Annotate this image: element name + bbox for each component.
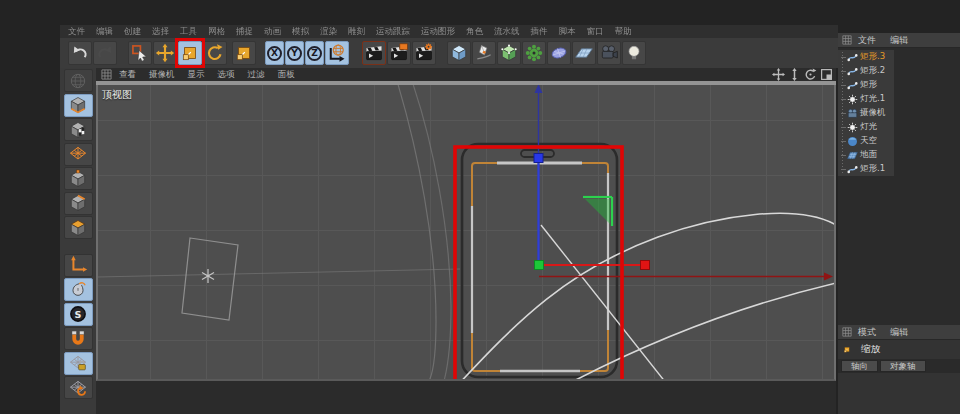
viewport-menu-2[interactable]: 显示 <box>188 69 205 81</box>
light-object-icon[interactable] <box>847 122 858 133</box>
snap-button[interactable]: S <box>64 303 93 326</box>
object-row-矩形.3[interactable]: 矩形.3 <box>838 50 960 64</box>
make-editable-button[interactable] <box>64 69 93 92</box>
menu-item-18[interactable]: 帮助 <box>615 26 632 38</box>
spline-object-icon[interactable] <box>847 52 858 63</box>
attribute-manager-menu-0[interactable]: 模式 <box>858 326 876 339</box>
viewport-menu-4[interactable]: 过滤 <box>248 69 265 81</box>
gizmo-center-handle[interactable] <box>535 261 544 270</box>
spline-object-icon[interactable] <box>847 66 858 77</box>
points-mode-button[interactable] <box>64 167 93 190</box>
object-row-摄像机[interactable]: 摄像机 <box>838 106 960 120</box>
lock-x-axis-button[interactable]: X <box>265 41 284 65</box>
viewport-panel-grid-icon[interactable] <box>101 69 112 80</box>
object-manager-menu-0[interactable]: 文件 <box>858 34 876 47</box>
object-label[interactable]: 地面 <box>860 149 877 161</box>
menu-item-17[interactable]: 窗口 <box>587 26 604 38</box>
enable-axis-button[interactable] <box>64 254 93 277</box>
deformer-button[interactable] <box>547 41 571 65</box>
coordinate-system-button[interactable] <box>325 41 349 65</box>
dolly-icon[interactable] <box>788 68 801 81</box>
light-object-icon[interactable] <box>847 94 858 105</box>
modeling-tools-button[interactable] <box>522 41 546 65</box>
add-cube-button[interactable] <box>447 41 471 65</box>
menu-item-15[interactable]: 插件 <box>531 26 548 38</box>
render-to-picture-viewer-button[interactable] <box>387 41 411 65</box>
menu-item-9[interactable]: 渲染 <box>320 26 337 38</box>
menu-item-14[interactable]: 流水线 <box>494 26 520 38</box>
camera-button[interactable] <box>597 41 621 65</box>
render-settings-button[interactable] <box>412 41 436 65</box>
object-manager-menu-1[interactable]: 编辑 <box>890 34 908 47</box>
last-used-tool-button[interactable] <box>232 41 256 65</box>
workplane-mode-button[interactable] <box>64 143 93 166</box>
attribute-manager-grid-icon[interactable] <box>842 327 852 337</box>
menu-item-3[interactable]: 选择 <box>152 26 169 38</box>
workplane-button[interactable] <box>64 376 93 399</box>
object-label[interactable]: 摄像机 <box>860 107 886 119</box>
menu-item-16[interactable]: 脚本 <box>559 26 576 38</box>
menu-item-10[interactable]: 雕刻 <box>348 26 365 38</box>
viewport-menu-3[interactable]: 选项 <box>218 69 235 81</box>
scale-button[interactable] <box>178 41 202 65</box>
object-row-灯光.1[interactable]: 灯光.1 <box>838 92 960 106</box>
object-row-灯光[interactable]: 灯光 <box>838 120 960 134</box>
object-row-矩形.2[interactable]: 矩形.2 <box>838 64 960 78</box>
attribute-tab-1[interactable]: 对象轴 <box>880 360 926 372</box>
undo-button[interactable] <box>68 41 92 65</box>
object-label[interactable]: 矩形.1 <box>860 163 885 175</box>
viewport-menu-1[interactable]: 摄像机 <box>149 69 175 81</box>
redo-button[interactable] <box>93 41 117 65</box>
viewport-canvas[interactable]: 顶视图 <box>96 85 836 381</box>
menu-item-6[interactable]: 捕捉 <box>236 26 253 38</box>
object-label[interactable]: 灯光 <box>860 121 877 133</box>
menu-item-12[interactable]: 运动图形 <box>421 26 455 38</box>
gizmo-plane-handle[interactable] <box>583 197 612 226</box>
move-button[interactable] <box>153 41 177 65</box>
object-row-天空[interactable]: 天空 <box>838 134 960 148</box>
object-label[interactable]: 天空 <box>860 135 877 147</box>
menu-item-13[interactable]: 角色 <box>466 26 483 38</box>
menu-item-2[interactable]: 创建 <box>124 26 141 38</box>
viewport-menu-0[interactable]: 查看 <box>119 69 136 81</box>
polygons-mode-button[interactable] <box>64 216 93 239</box>
lock-workplane-button[interactable] <box>64 352 93 375</box>
edges-mode-button[interactable] <box>64 192 93 215</box>
lock-z-axis-button[interactable]: Z <box>305 41 324 65</box>
menu-item-5[interactable]: 网格 <box>208 26 225 38</box>
render-view-button[interactable] <box>362 41 386 65</box>
rotate-button[interactable] <box>203 41 227 65</box>
object-row-地面[interactable]: 地面 <box>838 148 960 162</box>
floor-button[interactable] <box>572 41 596 65</box>
object-manager-grid-icon[interactable] <box>842 35 852 45</box>
object-row-矩形.1[interactable]: 矩形.1 <box>838 162 960 176</box>
floor-object-icon[interactable] <box>847 150 858 161</box>
toggle-view-icon[interactable] <box>820 68 833 81</box>
spline-object-icon[interactable] <box>847 164 858 175</box>
object-label[interactable]: 矩形.3 <box>860 51 885 63</box>
subdivision-surface-button[interactable] <box>497 41 521 65</box>
gizmo-x-handle[interactable] <box>641 261 650 270</box>
model-mode-button[interactable] <box>64 94 93 117</box>
sky-object-icon[interactable] <box>847 136 858 147</box>
attribute-manager-menu-1[interactable]: 编辑 <box>890 326 908 339</box>
viewport-menu-5[interactable]: 面板 <box>278 69 295 81</box>
spline-pen-button[interactable] <box>472 41 496 65</box>
menu-item-8[interactable]: 模拟 <box>292 26 309 38</box>
menu-item-4[interactable]: 工具 <box>180 26 197 38</box>
light-button[interactable] <box>622 41 646 65</box>
lock-y-axis-button[interactable]: Y <box>285 41 304 65</box>
menu-item-7[interactable]: 动画 <box>264 26 281 38</box>
gizmo-y-handle[interactable] <box>534 154 543 163</box>
object-label[interactable]: 矩形 <box>860 79 877 91</box>
magnet-button[interactable] <box>64 327 93 350</box>
object-label[interactable]: 矩形.2 <box>860 65 885 77</box>
pan-icon[interactable] <box>772 68 785 81</box>
attribute-tab-0[interactable]: 轴向 <box>841 360 878 372</box>
camera-object-icon[interactable] <box>847 108 858 119</box>
spline-object-icon[interactable] <box>847 80 858 91</box>
menu-item-11[interactable]: 运动跟踪 <box>376 26 410 38</box>
live-selection-button[interactable] <box>128 41 152 65</box>
texture-mode-button[interactable] <box>64 118 93 141</box>
menu-item-0[interactable]: 文件 <box>68 26 85 38</box>
